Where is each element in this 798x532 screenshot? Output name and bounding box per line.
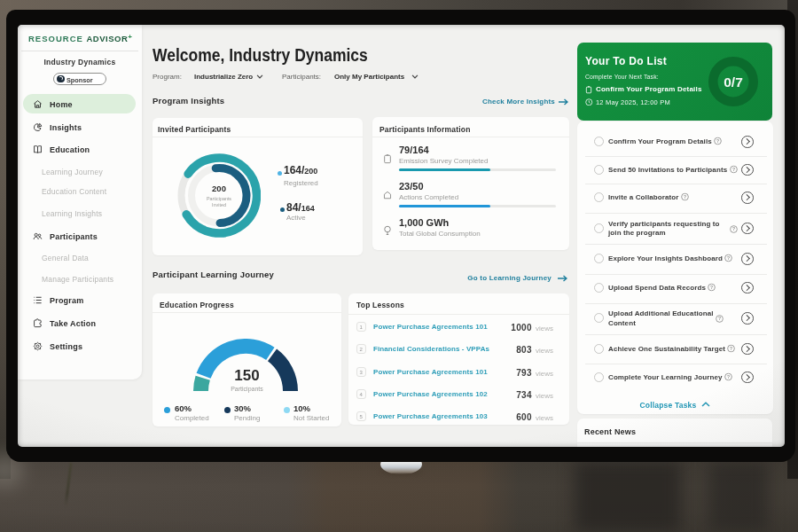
svg-text:?: ? [716, 139, 719, 144]
svg-text:0/7: 0/7 [724, 74, 743, 90]
svg-text:?: ? [732, 227, 735, 231]
svg-text:?: ? [684, 195, 686, 200]
svg-text:?: ? [732, 167, 735, 171]
svg-text:200: 200 [212, 184, 226, 193]
svg-text:Invited: Invited [212, 202, 226, 207]
svg-text:?: ? [727, 374, 730, 379]
svg-text:Participants: Participants [207, 196, 231, 201]
svg-text:?: ? [730, 346, 732, 350]
svg-text:?: ? [710, 285, 713, 289]
svg-text:?: ? [718, 317, 721, 321]
svg-text:?: ? [727, 256, 730, 261]
